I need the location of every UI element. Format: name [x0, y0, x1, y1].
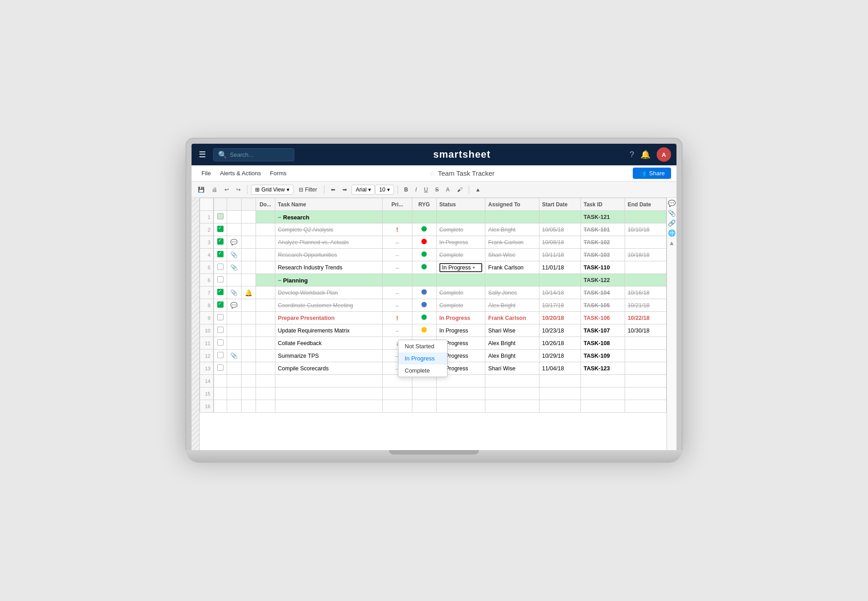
col-task-cell[interactable]: Collate Feedback [275, 337, 383, 350]
col-start-cell: 11/04/18 [539, 362, 580, 375]
checkbox[interactable] [217, 327, 224, 333]
col-check-cell[interactable] [214, 350, 227, 362]
dropdown-in-progress[interactable]: In Progress [398, 352, 447, 364]
col-status-cell[interactable]: Complete [436, 249, 485, 261]
priority-icon: – [396, 302, 399, 309]
empty-task[interactable] [275, 375, 383, 387]
col-status-cell[interactable]: In Progress [436, 324, 485, 337]
font-size-picker[interactable]: 10 ▾ [375, 185, 393, 195]
col-task-cell[interactable]: Develop Workback Plan [275, 287, 383, 299]
status-cell-active[interactable]: In Progress ▾ [439, 263, 483, 272]
col-task-cell[interactable]: Coordinate Customer Meeting [275, 299, 383, 312]
col-task-cell[interactable]: Compile Scorecards [275, 362, 383, 375]
star-icon[interactable]: ☆ [429, 170, 435, 177]
col-task-cell[interactable]: Prepare Presentation [275, 312, 383, 324]
attach-panel-icon[interactable]: 📎 [668, 209, 676, 217]
col-assigned-cell: Shari Wise [485, 324, 539, 337]
col-check-cell[interactable] [214, 312, 227, 324]
dropdown-complete[interactable]: Complete [398, 364, 447, 377]
expand-minus-icon[interactable]: – [278, 214, 282, 221]
checkbox[interactable] [217, 289, 224, 295]
status-dropdown[interactable]: Not Started In Progress Complete [398, 340, 448, 377]
col-status-cell[interactable]: Complete [436, 223, 485, 236]
col-check-cell[interactable] [214, 337, 227, 350]
menu-file[interactable]: File [197, 168, 215, 178]
checkbox[interactable] [217, 352, 224, 358]
col-status-cell[interactable]: In Progress ▾ [436, 261, 485, 274]
toolbar-redo[interactable]: ↪ [233, 185, 243, 194]
col-task-cell[interactable]: Research Industry Trends [275, 261, 383, 274]
col-check-cell[interactable] [214, 299, 227, 312]
help-icon[interactable]: ? [630, 150, 634, 159]
toolbar-print[interactable]: 🖨 [209, 185, 220, 194]
filter-button[interactable]: ⊟ Filter [295, 185, 321, 194]
col-check-cell[interactable] [214, 287, 227, 299]
group-checkbox[interactable] [217, 213, 224, 219]
more-toolbar[interactable]: ▲ [473, 185, 484, 194]
checkbox[interactable] [217, 314, 224, 320]
align-left[interactable]: ⬅ [328, 185, 338, 194]
checkbox[interactable] [217, 226, 224, 232]
hamburger-icon[interactable]: ☰ [197, 148, 208, 161]
col-comment-cell [227, 223, 241, 236]
toolbar-save[interactable]: 💾 [195, 185, 207, 194]
group2-assigned [485, 274, 539, 287]
col-task-cell[interactable]: Update Requirements Matrix [275, 324, 383, 337]
menu-alerts[interactable]: Alerts & Actions [215, 168, 265, 178]
col-check-cell[interactable] [214, 223, 227, 236]
underline-button[interactable]: U [421, 185, 431, 194]
dropdown-not-started[interactable]: Not Started [398, 340, 447, 352]
menu-forms[interactable]: Forms [265, 168, 291, 178]
italic-button[interactable]: I [413, 185, 420, 194]
row-num: 1 [200, 211, 214, 223]
checkbox[interactable] [217, 251, 224, 257]
checkbox[interactable] [217, 264, 224, 270]
checkbox[interactable] [217, 301, 224, 308]
font-picker[interactable]: Arial ▾ [352, 185, 375, 195]
checkbox[interactable] [217, 364, 224, 371]
col-task-cell[interactable]: Research Opportunities [275, 249, 383, 261]
col-check-cell[interactable] [214, 261, 227, 274]
group2-checkbox[interactable] [217, 276, 224, 282]
col-pri-header: Pri... [383, 198, 412, 211]
col-status-cell[interactable]: Complete [436, 287, 485, 299]
col-status-cell[interactable]: In Progress [436, 312, 485, 324]
link-panel-icon[interactable]: 🔗 [668, 219, 676, 227]
col-check-cell[interactable] [214, 324, 227, 337]
empty-task[interactable] [275, 387, 383, 400]
globe-panel-icon[interactable]: 🌐 [668, 229, 676, 237]
row-num: 3 [200, 236, 214, 249]
empty-task[interactable] [275, 400, 383, 413]
highlight-button[interactable]: 🖌 [454, 185, 465, 194]
col-start-cell: 11/01/18 [539, 261, 580, 274]
col-task-cell[interactable]: Analyze Planned vs. Actuals [275, 236, 383, 249]
avatar[interactable]: A [657, 147, 671, 162]
bold-button[interactable]: B [402, 185, 411, 194]
col-task-cell[interactable]: Summarize TPS [275, 350, 383, 362]
share-icon: 👥 [639, 170, 646, 177]
search-input[interactable] [230, 151, 284, 158]
col-check-cell[interactable] [214, 249, 227, 261]
col-assigned-cell: Alex Bright [485, 350, 539, 362]
col-task-cell[interactable]: Complete Q2 Analysis [275, 223, 383, 236]
grid-view-button[interactable]: ⊞ Grid View ▾ [251, 185, 293, 195]
checkbox[interactable] [217, 238, 224, 245]
align-right[interactable]: ➡ [340, 185, 350, 194]
col-info-cell [241, 274, 256, 287]
col-assigned-cell: Shari Wise [485, 249, 539, 261]
checkbox[interactable] [217, 339, 224, 346]
expand-minus-icon2[interactable]: – [278, 277, 282, 284]
comment-panel-icon[interactable]: 💬 [668, 200, 676, 207]
search-bar[interactable]: 🔍 [213, 148, 294, 161]
strikethrough-button[interactable]: S [433, 185, 442, 194]
notifications-icon[interactable]: 🔔 [640, 150, 650, 159]
col-check-cell[interactable] [214, 236, 227, 249]
col-status-cell[interactable]: Complete [436, 299, 485, 312]
col-check-cell[interactable] [214, 362, 227, 375]
toolbar-undo[interactable]: ↩ [222, 185, 232, 194]
share-button[interactable]: 👥 Share [633, 168, 671, 179]
col-status-cell[interactable]: In Progress [436, 236, 485, 249]
color-button[interactable]: A [443, 185, 452, 194]
col-ryg-cell [412, 324, 436, 337]
nav-panel-icon[interactable]: ▲ [669, 239, 675, 246]
